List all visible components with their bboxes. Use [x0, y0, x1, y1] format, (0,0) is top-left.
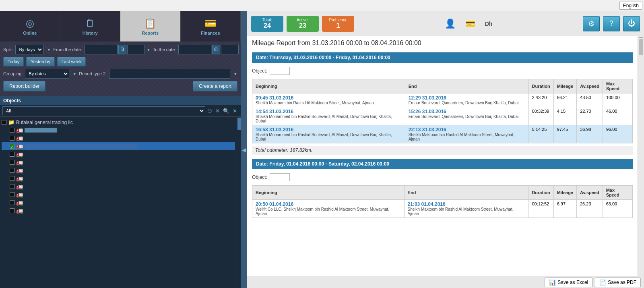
- tab-reports[interactable]: 📋 Reports: [120, 11, 181, 41]
- last-week-button[interactable]: Last week: [57, 57, 86, 66]
- to-calendar-icon[interactable]: 🗓: [212, 45, 220, 54]
- to-time-input[interactable]: 00:00: [221, 45, 239, 54]
- item-checkbox[interactable]: [10, 208, 14, 213]
- report-type-chevron: ▼: [233, 72, 237, 76]
- from-time-input[interactable]: 00:00: [127, 45, 145, 54]
- to-date-input[interactable]: 08.04.2016: [178, 45, 211, 54]
- col-mileage: Mileage: [553, 79, 576, 93]
- begin-addr: Sheikh Maktoom bin Rashid Al Maktoom Str…: [256, 101, 402, 105]
- tab-online[interactable]: ◎ Online: [0, 11, 60, 41]
- col-avspeed: Av.speed: [577, 79, 603, 93]
- list-item[interactable]: 🚛: [2, 199, 235, 207]
- objects-filter-select[interactable]: All: [2, 106, 205, 115]
- col-duration-2: Duration: [528, 186, 553, 200]
- action-buttons-row: Report builder Create a report: [3, 81, 237, 91]
- avspeed-cell: 43.50: [577, 93, 603, 107]
- table-row: 16:58 31.03.2016 Shaikh Mohammed bin Ras…: [252, 125, 633, 143]
- search-filter-button[interactable]: 🔍: [222, 107, 231, 115]
- item-checkbox[interactable]: [10, 152, 14, 157]
- item-checkbox[interactable]: [10, 128, 14, 133]
- item-checkbox[interactable]: [10, 184, 14, 189]
- item-checkbox[interactable]: [10, 160, 14, 165]
- settings-button[interactable]: ⚙: [583, 16, 600, 31]
- clear-filter-button[interactable]: ✕: [214, 107, 221, 115]
- today-button[interactable]: Today: [3, 57, 24, 66]
- col-maxspeed: Max Speed: [603, 79, 632, 93]
- report-builder-button[interactable]: Report builder: [3, 81, 45, 91]
- report-scrollbar[interactable]: [638, 36, 644, 276]
- scroll-thumb[interactable]: [237, 118, 241, 130]
- quick-date-row: Today Yesterday Last week: [3, 57, 237, 66]
- object-group: 📁 Bufaisal general trading llc: [2, 118, 235, 126]
- truck-icon: 🚛: [16, 167, 23, 174]
- list-item[interactable]: 🚛: [2, 150, 235, 158]
- group-checkbox[interactable]: [2, 120, 6, 125]
- scroll-thumb-report[interactable]: [639, 39, 643, 55]
- split-select[interactable]: By days: [15, 45, 43, 54]
- pdf-icon: 📄: [599, 279, 606, 286]
- split-arrow[interactable]: ◀: [241, 11, 247, 288]
- table-row: 14:54 31.03.2016 Shaikh Mohammed bin Ras…: [252, 107, 633, 125]
- list-item[interactable]: 🚛: [2, 158, 235, 166]
- tab-history-label: History: [83, 31, 98, 35]
- help-button[interactable]: ?: [603, 16, 620, 31]
- begin-addr: Shaikh Mohammed bin Rashid Boulevard, Al…: [256, 114, 402, 123]
- date-header-2: Date: Friday, 01.04.2016 00:00 - Saturda…: [252, 159, 633, 169]
- maxspeed-cell: 100.00: [603, 93, 632, 107]
- card-icon: 💳: [465, 19, 475, 29]
- collapse-filter-button[interactable]: ✕: [231, 107, 238, 115]
- date-range-row: Split: By days ▼ From the date: 31.03.20…: [3, 45, 237, 54]
- item-checkbox[interactable]: [10, 200, 14, 205]
- list-item[interactable]: 🚛: [2, 191, 235, 199]
- begin-cell: 16:58 31.03.2016 Shaikh Mohammed bin Ras…: [252, 125, 405, 143]
- language-button[interactable]: English: [619, 2, 642, 10]
- begin-time: 20:50 01.04.2016: [256, 201, 401, 207]
- col-maxspeed-2: Max Speed: [603, 186, 632, 200]
- table-row: 09:45 31.03.2016 Sheikh Maktoom bin Rash…: [252, 93, 633, 107]
- item-bar: [25, 128, 57, 133]
- grouping-select[interactable]: By dates: [25, 69, 69, 79]
- list-item[interactable]: 🚛: [2, 166, 235, 174]
- tab-history[interactable]: 🗒 History: [60, 11, 121, 41]
- item-checkbox[interactable]: [10, 192, 14, 197]
- save-pdf-label: Save as PDF: [608, 280, 636, 285]
- save-pdf-button[interactable]: 📄 Save as PDF: [595, 278, 641, 287]
- col-beginning: Beginning: [252, 79, 405, 93]
- report-type-input[interactable]: Mileage Report: [109, 69, 230, 79]
- begin-cell: 14:54 31.03.2016 Shaikh Mohammed bin Ras…: [252, 107, 405, 125]
- main-layout: ◎ Online 🗒 History 📋 Reports 💳 Finances …: [0, 11, 644, 288]
- list-item[interactable]: 🚛: [2, 207, 235, 215]
- power-button[interactable]: ⏻: [623, 16, 640, 31]
- tab-finances[interactable]: 💳 Finances: [181, 11, 241, 41]
- yesterday-button[interactable]: Yesterday: [26, 57, 55, 66]
- end-addr: Sheikh Maktoom bin Rashid Al Maktoom Str…: [408, 207, 525, 216]
- item-checkbox-checked[interactable]: ✓: [10, 144, 14, 149]
- save-excel-button[interactable]: 📊 Save as Excel: [545, 278, 592, 287]
- list-item[interactable]: 🚛: [2, 134, 235, 142]
- item-checkbox[interactable]: [10, 176, 14, 181]
- scroll-up[interactable]: [639, 37, 643, 38]
- create-report-button[interactable]: Create a report: [193, 81, 237, 91]
- grouping-label: Grouping:: [3, 71, 23, 76]
- folder-icon: 📁: [8, 119, 14, 125]
- duration-cell: 5:14:25: [528, 125, 553, 143]
- filter-icon-button[interactable]: ⚇: [206, 107, 213, 115]
- list-item[interactable]: ✓ 🚛: [2, 142, 235, 150]
- end-time: 22:13 31.03.2016: [409, 127, 525, 133]
- from-date-input[interactable]: 31.03.2016: [85, 45, 118, 54]
- problems-num: 1: [336, 22, 340, 29]
- item-checkbox[interactable]: [10, 136, 14, 141]
- list-item[interactable]: 🚛: [2, 126, 235, 134]
- list-item[interactable]: 🚛: [2, 174, 235, 182]
- begin-addr: Wellfit Co LLC, Sheikh Maktoom bin Rashi…: [256, 207, 401, 216]
- item-checkbox[interactable]: [10, 168, 14, 173]
- objects-scrollbar[interactable]: [237, 117, 241, 288]
- duration-cell: 2:43:20: [528, 93, 553, 107]
- end-time: 15:26 31.03.2016: [409, 109, 525, 114]
- list-item[interactable]: 🚛: [2, 182, 235, 191]
- object-row-1: Object:: [252, 65, 633, 77]
- history-icon: 🗒: [85, 18, 95, 29]
- begin-addr: Shaikh Mohammed bin Rashid Boulevard, Al…: [256, 133, 402, 141]
- from-calendar-icon[interactable]: 🗓: [118, 45, 126, 54]
- total-num: 24: [264, 22, 271, 29]
